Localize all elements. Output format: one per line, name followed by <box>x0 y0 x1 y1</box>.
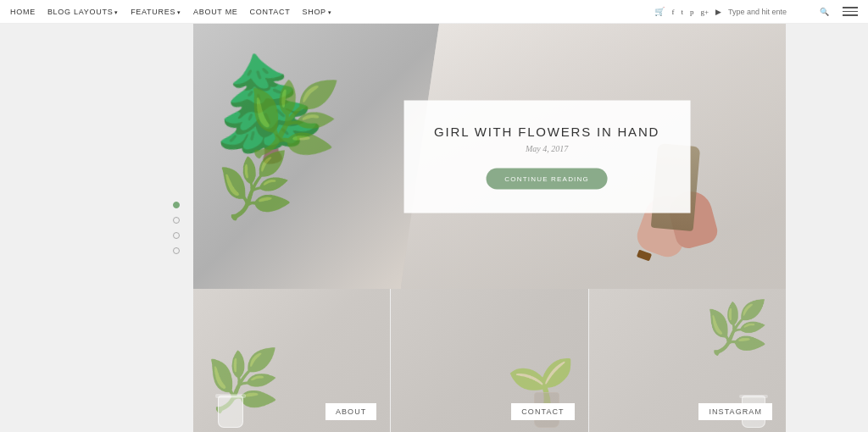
hamburger-line <box>843 11 858 13</box>
chevron-down-icon: ▾ <box>328 9 332 15</box>
dot-2[interactable] <box>173 217 180 224</box>
cart-icon[interactable]: 🛒 <box>654 7 665 16</box>
nav-home[interactable]: HOME <box>10 8 36 16</box>
hamburger-menu[interactable] <box>843 7 858 16</box>
right-sidebar <box>786 24 868 432</box>
twitter-icon[interactable]: t <box>681 8 683 16</box>
hamburger-line <box>843 14 858 16</box>
nav-right-actions: 🛒 f t p g+ ▶ 🔍 <box>654 7 858 16</box>
dot-1[interactable] <box>173 202 180 208</box>
hero-date: May 4, 2017 <box>434 143 659 152</box>
nav-blog-layouts[interactable]: BLOG LAYOUTS▾ <box>47 8 119 16</box>
grid-label-about[interactable]: ABOUT <box>326 403 376 420</box>
nav-about-me[interactable]: ABOUT ME <box>193 8 238 16</box>
google-plus-icon[interactable]: g+ <box>700 8 709 16</box>
bottom-grid: 🌿 ABOUT 🌱 CONTACT 🌿 <box>193 289 786 432</box>
hero-section: 🌲 🌿 🌿 <box>193 24 786 289</box>
hamburger-line <box>843 7 858 8</box>
grid-label-instagram[interactable]: INSTAGRAM <box>698 403 772 420</box>
dot-navigation <box>173 202 180 254</box>
navbar: HOME BLOG LAYOUTS▾ FEATURES▾ ABOUT ME CO… <box>0 0 868 24</box>
hero-card: GIRL WITH FLOWERS IN HAND May 4, 2017 CO… <box>403 100 690 213</box>
nav-features[interactable]: FEATURES▾ <box>131 8 181 16</box>
grid-label-contact[interactable]: CONTACT <box>511 403 574 420</box>
search-icon[interactable]: 🔍 <box>820 8 829 16</box>
pinterest-icon[interactable]: p <box>690 8 694 16</box>
grid-item-about[interactable]: 🌿 ABOUT <box>193 289 391 432</box>
grid-item-instagram[interactable]: 🌿 INSTAGRAM <box>589 289 786 432</box>
hero-title: GIRL WITH FLOWERS IN HAND <box>434 124 659 138</box>
youtube-icon[interactable]: ▶ <box>715 8 721 16</box>
nav-contact[interactable]: CONTACT <box>250 8 291 16</box>
vase-1 <box>214 390 247 428</box>
facebook-icon[interactable]: f <box>671 8 674 16</box>
nav-menu: HOME BLOG LAYOUTS▾ FEATURES▾ ABOUT ME CO… <box>10 8 332 16</box>
chevron-down-icon: ▾ <box>114 9 119 15</box>
left-sidebar <box>0 24 193 432</box>
grid-item-contact[interactable]: 🌱 CONTACT <box>391 289 588 432</box>
pine-decoration: 🌲 🌿 🌿 <box>193 24 388 289</box>
page-wrapper: 🌲 🌿 🌿 <box>0 24 868 432</box>
dot-3[interactable] <box>173 232 180 239</box>
plant-icon-3: 🌿 <box>705 297 769 357</box>
dot-4[interactable] <box>173 247 180 254</box>
continue-reading-button[interactable]: CONTINUE READING <box>486 168 608 189</box>
nav-shop[interactable]: SHOP▾ <box>302 8 331 16</box>
main-content: 🌲 🌿 🌿 <box>193 24 786 432</box>
search-input[interactable] <box>728 8 813 16</box>
chevron-down-icon: ▾ <box>177 9 181 15</box>
